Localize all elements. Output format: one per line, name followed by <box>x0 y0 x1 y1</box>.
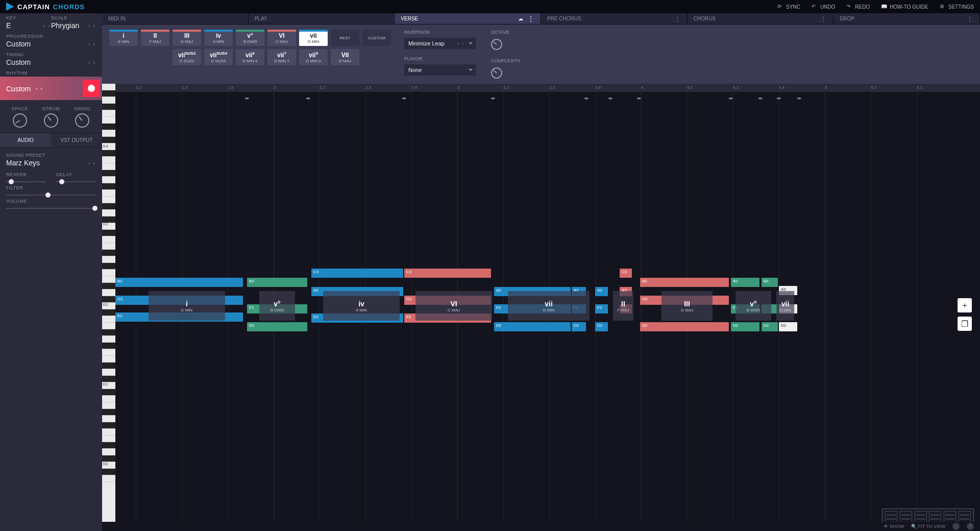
chord-button[interactable]: ivA MIN <box>204 30 233 46</box>
midi-note[interactable]: F2 <box>595 304 608 313</box>
chord-variant-button[interactable]: vii9D MIN 9 <box>299 49 328 65</box>
more-icon[interactable]: ⋮ <box>674 16 681 21</box>
flavor-select[interactable]: None <box>404 64 476 76</box>
midi-note[interactable]: D2 <box>494 322 571 331</box>
strum-knob[interactable] <box>44 113 58 128</box>
tab-pre-chorus[interactable]: PRE CHORUS⋮ <box>541 13 688 24</box>
midi-note[interactable]: C3 <box>620 269 632 278</box>
midi-note[interactable]: A2 <box>595 287 608 296</box>
chord-block[interactable]: v°B DIM5 <box>736 291 771 321</box>
chord-block[interactable]: ivA MIN <box>323 291 400 321</box>
custom-button[interactable]: CUSTOM <box>362 30 391 46</box>
tab-verse[interactable]: VERSE ☁ ⋮ <box>395 13 541 24</box>
midi-note[interactable]: C3 <box>404 269 491 278</box>
key-e0: E0 <box>103 462 108 466</box>
midi-note[interactable]: B2 <box>247 278 307 287</box>
chord-block[interactable]: iE MIN <box>149 291 225 321</box>
chord-button[interactable]: IIIG MAJ <box>173 30 201 46</box>
chord-block[interactable]: VIC MAJ <box>415 291 492 321</box>
tab-play[interactable]: PLAY <box>249 13 395 24</box>
timing-select[interactable]: Custom‹› <box>6 58 96 66</box>
chord-resize-handle[interactable]: ◂▸ <box>401 95 407 101</box>
midi-note[interactable]: D2 <box>572 322 586 331</box>
chord-variant-button[interactable]: viiSUS4D SUS4 <box>204 49 233 65</box>
chord-button[interactable]: viiD MIN <box>299 30 328 46</box>
settings-button[interactable]: ⚙SETTINGS <box>940 4 974 10</box>
chord-resize-handle[interactable]: ◂▸ <box>583 95 590 101</box>
cloud-icon[interactable]: ☁ <box>518 16 523 21</box>
chord-resize-handle[interactable]: ◂▸ <box>490 95 496 101</box>
more-icon[interactable]: ⋮ <box>966 16 973 21</box>
midi-note[interactable]: B2 <box>762 278 778 287</box>
zoom-in-button[interactable]: + <box>967 523 974 530</box>
show-toggle[interactable]: 👁 SHOW <box>884 524 904 529</box>
chord-resize-handle[interactable]: ◂▸ <box>796 95 802 101</box>
chord-resize-handle[interactable]: ◂▸ <box>728 95 734 101</box>
delay-slider[interactable] <box>56 181 96 182</box>
chord-resize-handle[interactable]: ◂▸ <box>607 95 614 101</box>
reverb-slider[interactable] <box>6 181 46 182</box>
tab-drop[interactable]: DROP⋮ <box>834 13 980 24</box>
chord-button[interactable]: IIF MAJ <box>141 30 169 46</box>
sync-button[interactable]: ⟳SYNC <box>777 4 800 10</box>
chord-resize-handle[interactable]: ◂▸ <box>244 95 250 101</box>
add-chord-button[interactable]: ＋ <box>958 298 972 312</box>
fit-to-view-button[interactable]: 🔍 FIT TO VIEW <box>911 524 945 529</box>
inversion-select[interactable]: Minimize Leap‹› <box>404 38 476 49</box>
zoom-out-button[interactable]: − <box>952 523 960 530</box>
chord-button[interactable]: iE MIN <box>109 30 138 46</box>
tab-chorus[interactable]: CHORUS⋮ <box>688 13 834 24</box>
chord-button[interactable]: VIC MAJ <box>267 30 296 46</box>
more-icon[interactable]: ⋮ <box>820 16 827 21</box>
piano-keyboard[interactable]: E4 E3 E2 E1 E0 <box>102 84 115 531</box>
midi-note[interactable]: B2 <box>731 278 760 287</box>
howto-button[interactable]: 📖HOW-TO GUIDE <box>881 4 928 10</box>
midi-note[interactable]: D2 <box>640 322 729 331</box>
chord-block[interactable]: v°B DIM5 <box>259 291 295 321</box>
tab-midi-in[interactable]: MIDI IN <box>102 13 249 24</box>
space-knob[interactable] <box>13 113 27 128</box>
app-logo: CAPTAIN CHORDS <box>6 3 85 11</box>
rhythm-select[interactable]: Custom ‹› <box>0 77 102 100</box>
midi-note[interactable]: D2 <box>762 322 778 331</box>
preset-select[interactable]: Marz Keys‹› <box>6 159 96 167</box>
swing-knob[interactable] <box>75 113 89 128</box>
midi-note[interactable]: D2 <box>247 322 307 331</box>
chord-resize-handle[interactable]: ◂▸ <box>757 95 764 101</box>
record-button[interactable] <box>83 80 100 97</box>
octave-knob[interactable] <box>491 39 502 50</box>
chord-variant-button[interactable]: viiSUS2D SUS2 <box>173 49 201 65</box>
midi-note[interactable]: D2 <box>731 322 760 331</box>
midi-note[interactable]: D2 <box>595 322 608 331</box>
chord-block[interactable]: IIF MAJ <box>613 291 633 321</box>
complexity-knob[interactable] <box>491 67 502 79</box>
duplicate-button[interactable]: ❐ <box>958 317 972 331</box>
timeline-ruler[interactable]: 1.21.31.422.22.32.433.23.33.444.24.34.45… <box>115 84 980 92</box>
midi-note[interactable]: B2 <box>115 278 243 287</box>
redo-button[interactable]: ↷REDO <box>846 4 870 10</box>
midi-note[interactable]: D2 <box>779 322 797 331</box>
chord-resize-handle[interactable]: ◂▸ <box>636 95 642 101</box>
rest-button[interactable]: REST <box>331 30 359 46</box>
progression-select[interactable]: Custom‹› <box>6 40 96 48</box>
volume-slider[interactable] <box>6 208 96 209</box>
chord-resize-handle[interactable]: ◂▸ <box>776 95 782 101</box>
chord-block[interactable]: viiD MIN <box>776 291 794 321</box>
chord-button[interactable]: v°B DIM5 <box>236 30 264 46</box>
chord-resize-handle[interactable]: ◂▸ <box>305 95 311 101</box>
more-icon[interactable]: ⋮ <box>527 15 534 23</box>
chord-block[interactable]: IIIG MAJ <box>662 291 713 321</box>
chord-variant-button[interactable]: VIID MAJ <box>331 49 359 65</box>
chord-variant-button[interactable]: vii7D MIN 7 <box>267 49 296 65</box>
key-select[interactable]: E‹› <box>6 21 51 30</box>
midi-note[interactable]: B2 <box>640 278 729 287</box>
tab-vst-output[interactable]: VST OUTPUT <box>51 133 102 147</box>
midi-note[interactable]: C3 <box>311 269 403 278</box>
scale-select[interactable]: Phrygian‹› <box>51 21 96 30</box>
filter-slider[interactable] <box>6 195 96 196</box>
piano-roll[interactable]: E4 E3 E2 E1 E0 1.21.31.422.22.32.433.23.… <box>102 84 980 531</box>
chord-variant-button[interactable]: vii6D MIN 6 <box>236 49 264 65</box>
chord-block[interactable]: viiD MIN <box>508 291 590 321</box>
tab-audio[interactable]: AUDIO <box>0 133 51 147</box>
undo-button[interactable]: ↶UNDO <box>812 4 835 10</box>
